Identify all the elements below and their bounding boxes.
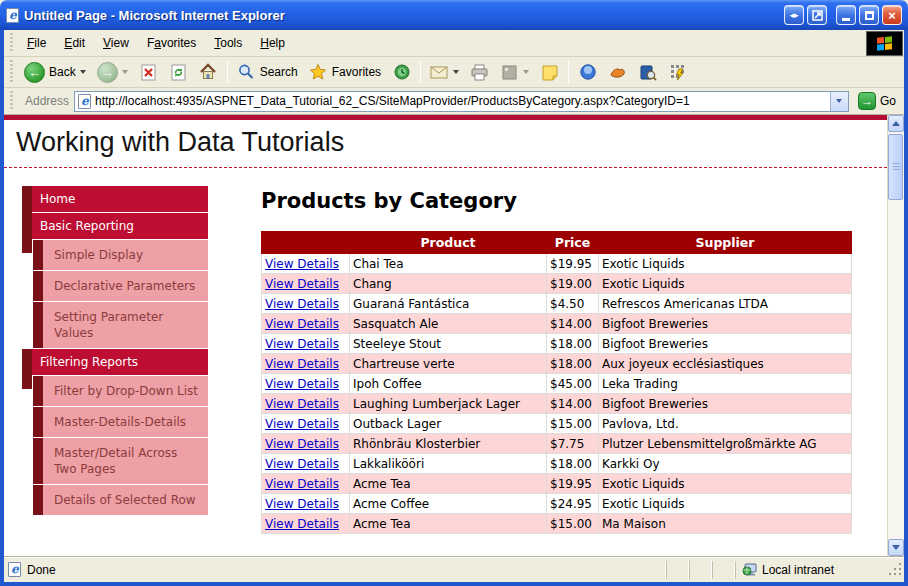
close-button[interactable]: × <box>882 5 902 25</box>
sidebar-item-declarative-parameters[interactable]: Declarative Parameters <box>22 271 208 301</box>
cell-supplier: Refrescos Americanas LTDA <box>599 294 852 314</box>
title-bar[interactable]: Untitled Page - Microsoft Internet Explo… <box>0 0 908 30</box>
view-details-link[interactable]: View Details <box>265 397 339 411</box>
addressbar-grip[interactable] <box>8 91 16 112</box>
cell-view-details: View Details <box>262 394 350 414</box>
address-url[interactable]: http://localhost:4935/ASPNET_Data_Tutori… <box>95 94 826 108</box>
forward-button[interactable]: → <box>92 60 133 85</box>
back-button[interactable]: ← Back <box>19 60 91 85</box>
window-resize-arrows-button[interactable]: ◂▸ <box>784 5 804 25</box>
messenger-icon <box>578 63 597 82</box>
sidebar-indent <box>22 271 33 301</box>
back-dropdown-icon[interactable] <box>80 70 86 74</box>
view-details-link[interactable]: View Details <box>265 277 339 291</box>
address-bar: Address http://localhost:4935/ASPNET_Dat… <box>4 88 904 115</box>
menu-edit[interactable]: Edit <box>55 32 94 54</box>
quicklinks-button[interactable] <box>663 61 692 84</box>
status-pane <box>689 561 712 579</box>
sidebar-item-master-detail-across-two-pages[interactable]: Master/Detail Across Two Pages <box>22 438 208 484</box>
toolbar-separator <box>227 61 228 83</box>
menu-file[interactable]: File <box>18 32 55 54</box>
edit-dropdown-icon[interactable] <box>523 70 529 74</box>
research-button[interactable] <box>633 61 662 84</box>
view-details-link[interactable]: View Details <box>265 257 339 271</box>
cell-view-details: View Details <box>262 334 350 354</box>
refresh-button[interactable] <box>164 61 193 84</box>
close-icon: × <box>888 8 896 23</box>
menubar-grip[interactable] <box>8 33 16 54</box>
cell-view-details: View Details <box>262 274 350 294</box>
scroll-down-button[interactable] <box>888 539 904 556</box>
stop-button[interactable] <box>134 61 163 84</box>
mail-dropdown-icon[interactable] <box>453 70 459 74</box>
sidebar-item-label: Details of Selected Row <box>43 485 208 515</box>
mail-button[interactable] <box>425 61 464 84</box>
view-details-link[interactable]: View Details <box>265 317 339 331</box>
sidebar-item-setting-parameter-values[interactable]: Setting Parameter Values <box>22 302 208 348</box>
vertical-scrollbar[interactable] <box>887 115 904 556</box>
sidebar-item-home[interactable]: Home <box>22 186 208 212</box>
extension-button[interactable] <box>603 61 632 84</box>
sidebar-item-master-details-details[interactable]: Master-Details-Details <box>22 407 208 437</box>
table-row: View DetailsChai Tea$19.95Exotic Liquids <box>262 254 852 274</box>
history-button[interactable] <box>387 61 416 84</box>
view-details-link[interactable]: View Details <box>265 477 339 491</box>
maximize-button[interactable] <box>859 5 879 25</box>
search-icon <box>237 63 256 82</box>
products-table: ProductPriceSupplier View DetailsChai Te… <box>261 231 852 534</box>
scroll-up-button[interactable] <box>888 115 904 132</box>
view-details-link[interactable]: View Details <box>265 377 339 391</box>
sidebar-gutter <box>33 376 43 406</box>
local-intranet-icon <box>742 563 757 576</box>
sidebar-item-label: Basic Reporting <box>32 213 208 239</box>
menu-tools[interactable]: Tools <box>205 32 251 54</box>
view-details-link[interactable]: View Details <box>265 337 339 351</box>
discuss-button[interactable] <box>535 61 564 84</box>
view-details-link[interactable]: View Details <box>265 437 339 451</box>
sidebar-item-filtering-reports[interactable]: Filtering Reports <box>22 349 208 375</box>
table-row: View DetailsAcme Tea$19.95Exotic Liquids <box>262 474 852 494</box>
view-details-link[interactable]: View Details <box>265 497 339 511</box>
edit-button[interactable] <box>495 61 534 84</box>
table-row: View DetailsChang$19.00Exotic Liquids <box>262 274 852 294</box>
back-label: Back <box>49 65 76 79</box>
status-pane <box>666 561 689 579</box>
search-button[interactable]: Search <box>232 61 303 84</box>
address-input[interactable]: http://localhost:4935/ASPNET_Data_Tutori… <box>74 91 849 112</box>
menu-view[interactable]: View <box>94 32 138 54</box>
cell-product: Acme Tea <box>350 514 547 534</box>
search-label: Search <box>260 65 298 79</box>
view-details-link[interactable]: View Details <box>265 417 339 431</box>
cell-price: $24.95 <box>547 494 599 514</box>
sidebar-gutter <box>33 271 43 301</box>
sidebar-indent <box>22 485 33 515</box>
view-details-link[interactable]: View Details <box>265 457 339 471</box>
window-detach-button[interactable] <box>807 5 827 25</box>
sidebar-item-simple-display[interactable]: Simple Display <box>22 240 208 270</box>
sidebar-item-basic-reporting[interactable]: Basic Reporting <box>22 213 208 239</box>
sidebar-item-filter-by-drop-down-list[interactable]: Filter by Drop-Down List <box>22 376 208 406</box>
messenger-button[interactable] <box>573 61 602 84</box>
cell-product: Acme Tea <box>350 474 547 494</box>
toolbar-grip[interactable] <box>8 60 16 84</box>
address-dropdown-button[interactable] <box>830 92 848 111</box>
view-details-link[interactable]: View Details <box>265 517 339 531</box>
view-details-link[interactable]: View Details <box>265 297 339 311</box>
forward-dropdown-icon[interactable] <box>122 70 128 74</box>
cell-price: $14.00 <box>547 394 599 414</box>
resize-grip[interactable] <box>889 563 902 576</box>
home-button[interactable] <box>194 61 223 84</box>
go-button[interactable]: → Go <box>854 91 900 111</box>
minimize-button[interactable] <box>836 5 856 25</box>
favorites-button[interactable]: Favorites <box>304 61 386 84</box>
menu-help[interactable]: Help <box>251 32 294 54</box>
toolbar-separator <box>568 61 569 83</box>
cell-product: Outback Lager <box>350 414 547 434</box>
sidebar-item-details-of-selected-row[interactable]: Details of Selected Row <box>22 485 208 515</box>
scrollbar-track[interactable] <box>888 132 904 539</box>
view-details-link[interactable]: View Details <box>265 357 339 371</box>
print-icon <box>470 63 489 82</box>
print-button[interactable] <box>465 61 494 84</box>
scrollbar-thumb[interactable] <box>888 134 903 200</box>
menu-favorites[interactable]: Favorites <box>138 32 205 54</box>
